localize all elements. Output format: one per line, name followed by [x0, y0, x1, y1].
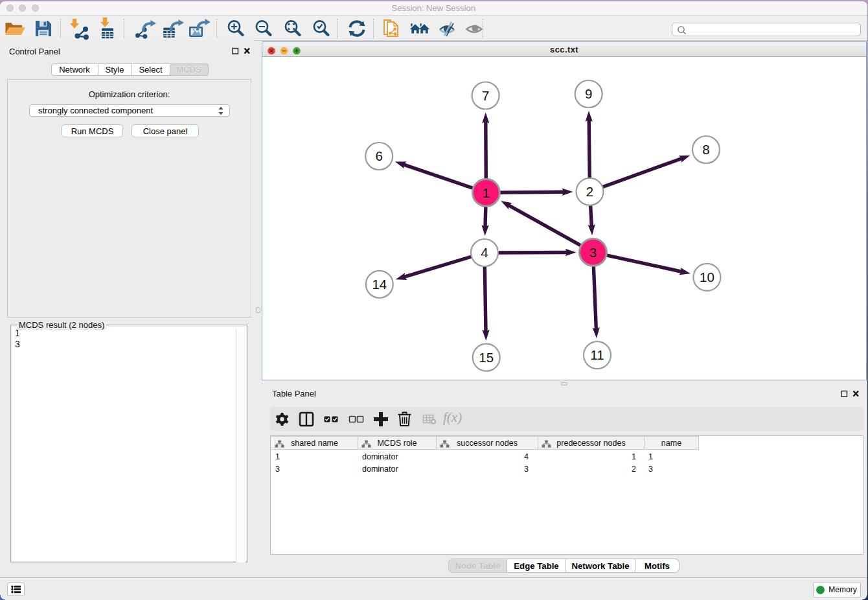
svg-text:9: 9 [585, 86, 592, 101]
svg-text:7: 7 [482, 88, 489, 103]
svg-text:6: 6 [375, 148, 382, 163]
svg-text:15: 15 [479, 350, 494, 365]
svg-text:8: 8 [702, 142, 709, 157]
svg-text:14: 14 [372, 277, 387, 292]
svg-text:2: 2 [586, 184, 593, 199]
svg-text:3: 3 [589, 245, 597, 260]
svg-text:11: 11 [590, 347, 604, 362]
svg-text:1: 1 [483, 185, 490, 200]
svg-text:4: 4 [481, 245, 488, 260]
svg-text:10: 10 [700, 270, 714, 284]
